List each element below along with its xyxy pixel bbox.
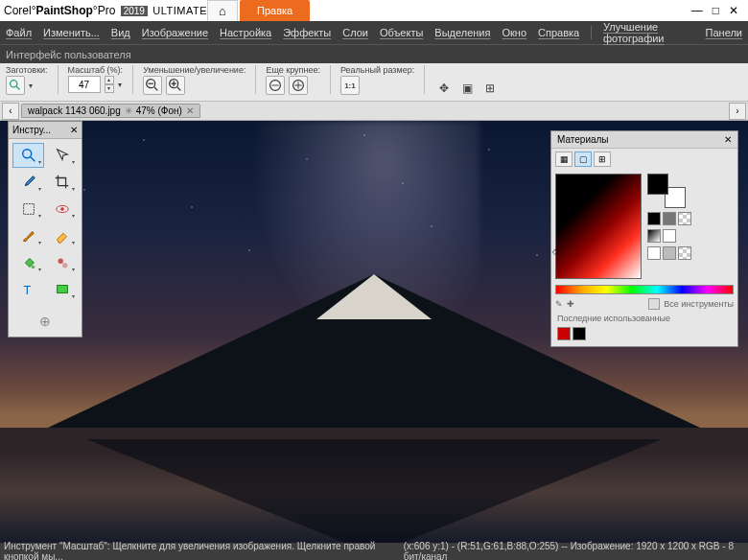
zoom-bigger-in[interactable]	[289, 76, 308, 95]
materials-tab-swatches[interactable]: ⊞	[594, 152, 611, 167]
tool-brush[interactable]: ▾	[12, 223, 44, 248]
menu-effects[interactable]: Эффекты	[283, 27, 331, 38]
toolbox-panel[interactable]: Инстру... ✕ ▾ ▾ ▾ ▾ ▾ ▾ ▾ ▾ ▾ ▾ T ▾ ⊕	[8, 121, 82, 338]
svg-point-14	[22, 150, 31, 158]
all-tools-label: Все инструменты	[664, 299, 734, 309]
materials-header[interactable]: Материалы ✕	[551, 131, 737, 149]
prop-swatch-gray2[interactable]	[663, 246, 676, 260]
menu-file[interactable]: Файл	[6, 27, 32, 38]
tool-add-icon[interactable]: ⊕	[35, 312, 55, 331]
prop-swatch-gradient[interactable]	[647, 229, 661, 243]
zoom-out-button[interactable]	[143, 76, 162, 95]
svg-point-18	[60, 207, 64, 211]
tool-retouch[interactable]: ▾	[46, 250, 78, 275]
tool-dropper[interactable]: ▾	[12, 170, 44, 195]
snap-center-icon[interactable]: ▣	[457, 79, 477, 98]
tab-nav-prev[interactable]: ‹	[2, 103, 19, 120]
document-name: walpack 1143 060.jpg	[28, 105, 121, 116]
fg-bg-swatches[interactable]	[647, 174, 686, 208]
zoom-spin-up[interactable]: ▴	[105, 76, 114, 84]
prop-swatch-gray[interactable]	[663, 212, 676, 225]
presets-button[interactable]	[6, 76, 25, 95]
color-gradient-picker[interactable]: ◇	[555, 174, 642, 279]
zoom-value-input[interactable]	[68, 76, 101, 93]
canvas-area[interactable]: Инстру... ✕ ▾ ▾ ▾ ▾ ▾ ▾ ▾ ▾ ▾ ▾ T ▾ ⊕ Ма…	[0, 121, 748, 554]
menu-image[interactable]: Изображение	[142, 27, 208, 38]
tool-crop[interactable]: ▾	[46, 170, 78, 195]
materials-tab-rgb[interactable]: ▢	[574, 152, 592, 167]
tool-pick[interactable]: ▾	[46, 143, 78, 168]
tool-redeye[interactable]: ▾	[46, 197, 78, 222]
maximize-button[interactable]: □	[713, 4, 719, 17]
eyedropper-icon[interactable]: ✎	[555, 299, 563, 309]
brand-corel: Corel	[4, 4, 32, 17]
toolbox-header[interactable]: Инстру... ✕	[9, 122, 82, 139]
materials-close-icon[interactable]: ✕	[724, 134, 732, 145]
menu-selections[interactable]: Выделения	[434, 27, 490, 38]
document-tab[interactable]: walpack 1143 060.jpg ✳ 47% (Фон) ✕	[21, 104, 200, 118]
presets-label: Заготовки:	[6, 65, 48, 75]
prop-swatch-solid[interactable]	[647, 212, 661, 225]
menu-view[interactable]: Вид	[111, 27, 130, 38]
svg-point-20	[58, 259, 62, 264]
brand-edition: ULTIMATE	[152, 5, 207, 16]
materials-title: Материалы	[557, 134, 609, 145]
all-tools-checkbox[interactable]	[648, 298, 660, 310]
close-button[interactable]: ✕	[729, 4, 738, 17]
prop-swatch-trans2[interactable]	[678, 246, 691, 260]
tool-eraser[interactable]: ▾	[46, 223, 78, 248]
opt-separator	[424, 65, 425, 94]
menu-help[interactable]: Справка	[538, 27, 579, 38]
tool-selection[interactable]: ▾	[12, 197, 44, 222]
zoom-bigger-out[interactable]	[266, 76, 285, 95]
hue-slider[interactable]	[555, 285, 734, 294]
svg-line-15	[30, 157, 35, 162]
tool-shape[interactable]: ▾	[46, 277, 78, 302]
edit-tab[interactable]: Правка	[240, 0, 310, 21]
foreground-swatch[interactable]	[647, 174, 668, 195]
zoom-spin-down[interactable]: ▾	[105, 84, 114, 93]
image-snowcap	[316, 274, 432, 319]
materials-tab-hsv[interactable]: ▦	[555, 152, 573, 167]
menu-layers[interactable]: Слои	[342, 27, 368, 38]
prop-swatch-transparent[interactable]	[678, 212, 691, 225]
snap-grid-icon[interactable]: ⊞	[480, 79, 500, 98]
zoom-in-button[interactable]	[166, 76, 185, 95]
brand-pro: Pro	[98, 4, 116, 17]
prop-swatch-white[interactable]	[663, 229, 676, 243]
menu-edit[interactable]: Изменить...	[43, 27, 100, 38]
menu-photo-enhance[interactable]: Улучшение фотографии	[603, 21, 694, 44]
sub-menu-bar: Интерфейс пользователя	[0, 44, 748, 63]
actual-size-label: Реальный размер:	[340, 65, 414, 75]
recent-swatch-black[interactable]	[573, 327, 586, 340]
edit-tab-label: Правка	[257, 5, 292, 16]
tool-options-bar: Заготовки: ▾ Масштаб (%): ▴▾ ▾ Уменьшени…	[0, 63, 748, 102]
tool-fill[interactable]: ▾	[12, 250, 44, 275]
prop-swatch-solid2[interactable]	[647, 246, 661, 260]
minimize-button[interactable]: —	[691, 4, 703, 17]
tab-close-icon[interactable]: ✕	[186, 105, 194, 116]
recent-label: Последние использованные	[551, 312, 737, 325]
swap-icon[interactable]: ✚	[567, 299, 574, 309]
svg-line-1	[16, 86, 20, 90]
bigger-label: Еще крупнее:	[266, 65, 320, 75]
menu-panels[interactable]: Панели	[706, 27, 742, 38]
actual-size-button[interactable]: 1:1	[340, 76, 360, 95]
tab-nav-next[interactable]: ›	[729, 103, 746, 120]
snap-move-icon[interactable]: ✥	[434, 79, 454, 98]
tool-text[interactable]: T	[12, 277, 44, 302]
home-tab[interactable]: ⌂	[207, 0, 238, 21]
brand-paintshop: PaintShop	[36, 4, 93, 17]
svg-line-4	[154, 87, 158, 91]
menu-window[interactable]: Окно	[502, 27, 526, 38]
recent-swatch-red[interactable]	[557, 327, 571, 340]
submenu-ui[interactable]: Интерфейс пользователя	[6, 49, 131, 60]
svg-rect-23	[57, 286, 67, 293]
tool-zoom[interactable]: ▾	[12, 143, 44, 168]
menu-objects[interactable]: Объекты	[380, 27, 423, 38]
materials-panel[interactable]: Материалы ✕ ▦ ▢ ⊞ ◇	[550, 130, 738, 347]
image-reflection	[86, 439, 662, 554]
svg-line-8	[177, 87, 181, 91]
menu-adjust[interactable]: Настройка	[220, 27, 271, 38]
toolbox-close-icon[interactable]: ✕	[70, 125, 78, 135]
